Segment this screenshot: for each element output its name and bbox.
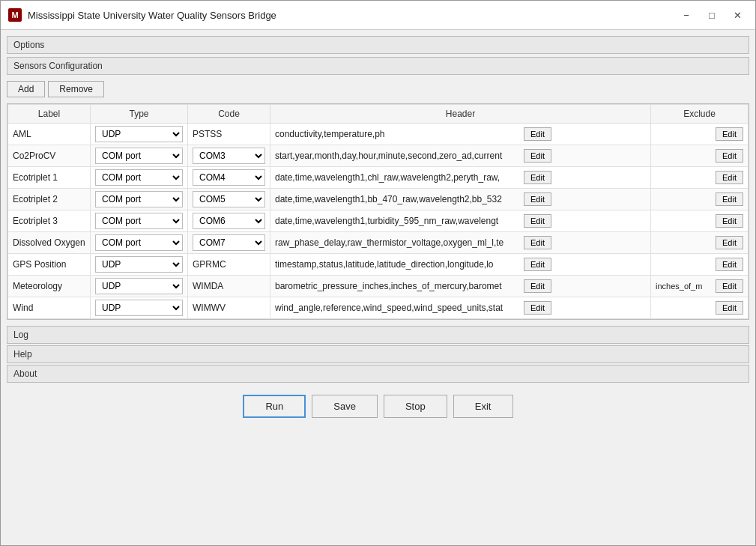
header-edit-button[interactable]: Edit: [524, 127, 551, 141]
close-button[interactable]: ✕: [727, 7, 748, 23]
window-controls: − □ ✕: [676, 7, 748, 23]
minimize-button[interactable]: −: [676, 7, 697, 23]
header-text: raw_phase_delay,raw_thermistor_voltage,o…: [275, 237, 522, 248]
cell-type[interactable]: COM portUDP: [91, 232, 188, 254]
stop-button[interactable]: Stop: [384, 395, 447, 418]
help-nav-item[interactable]: Help: [7, 345, 749, 363]
cell-code[interactable]: COM3COM4COM5COM6COM7: [188, 210, 270, 232]
header-text: conductivity,temperature,ph: [275, 129, 522, 139]
cell-header: wind_angle,reference,wind_speed,wind_spe…: [270, 297, 651, 319]
exclude-edit-button[interactable]: Edit: [716, 258, 743, 271]
code-select[interactable]: COM3COM4COM5COM6COM7: [193, 191, 265, 207]
header-edit-button[interactable]: Edit: [524, 258, 551, 271]
header-text: date,time,wavelength1,chl_raw,wavelength…: [275, 172, 522, 183]
col-header-exclude: Exclude: [651, 105, 749, 124]
log-nav-item[interactable]: Log: [7, 326, 749, 344]
col-header-code: Code: [188, 105, 270, 124]
table-row: Co2ProCVCOM portUDPCOM3COM4COM5COM6COM7s…: [8, 145, 749, 167]
cell-label: Meteorology: [8, 276, 91, 297]
cell-code: GPRMC: [188, 254, 270, 276]
header-edit-button[interactable]: Edit: [524, 236, 551, 249]
cell-code: WIMWV: [188, 297, 270, 319]
cell-code[interactable]: COM3COM4COM5COM6COM7: [188, 189, 270, 210]
header-edit-button[interactable]: Edit: [524, 171, 551, 184]
cell-header: date,time,wavelength1,bb_470_raw,wavelen…: [270, 189, 651, 210]
table-row: Ecotriplet 3COM portUDPCOM3COM4COM5COM6C…: [8, 210, 749, 232]
exclude-edit-button[interactable]: Edit: [716, 301, 743, 315]
sensors-section-header: Sensors Configuration: [7, 57, 749, 75]
add-button[interactable]: Add: [7, 81, 45, 97]
options-section-header: Options: [7, 36, 749, 54]
cell-type[interactable]: UDPCOM port: [91, 276, 188, 297]
code-select[interactable]: COM3COM4COM5COM6COM7: [193, 213, 265, 229]
type-select[interactable]: UDPCOM port: [95, 256, 183, 273]
code-select[interactable]: COM3COM4COM5COM6COM7: [193, 234, 265, 251]
cell-type[interactable]: COM portUDP: [91, 145, 188, 167]
col-header-header: Header: [270, 105, 651, 124]
cell-label: Ecotriplet 1: [8, 167, 91, 189]
code-select[interactable]: COM3COM4COM5COM6COM7: [193, 148, 265, 164]
code-select[interactable]: COM3COM4COM5COM6COM7: [193, 169, 265, 186]
header-edit-button[interactable]: Edit: [524, 279, 551, 293]
exclude-edit-button[interactable]: Edit: [716, 149, 743, 163]
type-select[interactable]: COM portUDP: [95, 148, 183, 164]
cell-type[interactable]: COM portUDP: [91, 189, 188, 210]
type-select[interactable]: UDPCOM port: [95, 278, 183, 294]
table-row: WindUDPCOM portWIMWVwind_angle,reference…: [8, 297, 749, 319]
cell-code[interactable]: COM3COM4COM5COM6COM7: [188, 232, 270, 254]
run-button[interactable]: Run: [243, 395, 306, 418]
header-edit-button[interactable]: Edit: [524, 214, 551, 228]
sensors-table: Label Type Code Header Exclude AMLUDPCOM…: [7, 104, 749, 319]
cell-type[interactable]: UDPCOM port: [91, 124, 188, 145]
cell-label: Ecotriplet 3: [8, 210, 91, 232]
cell-code[interactable]: COM3COM4COM5COM6COM7: [188, 167, 270, 189]
cell-exclude: inches_of_mEdit: [651, 276, 749, 297]
cell-header: barometric_pressure_inches,inches_of_mer…: [270, 276, 651, 297]
cell-type[interactable]: COM portUDP: [91, 210, 188, 232]
header-text: date,time,wavelength1,bb_470_raw,wavelen…: [275, 194, 522, 204]
cell-header: date,time,wavelength1,chl_raw,wavelength…: [270, 167, 651, 189]
header-edit-button[interactable]: Edit: [524, 192, 551, 206]
exclude-edit-button[interactable]: Edit: [716, 171, 743, 184]
type-select[interactable]: UDPCOM port: [95, 300, 183, 316]
exclude-edit-button[interactable]: Edit: [716, 127, 743, 141]
header-text: barometric_pressure_inches,inches_of_mer…: [275, 281, 522, 291]
cell-type[interactable]: UDPCOM port: [91, 254, 188, 276]
exclude-edit-button[interactable]: Edit: [716, 236, 743, 249]
header-edit-button[interactable]: Edit: [524, 301, 551, 315]
col-header-type: Type: [91, 105, 188, 124]
type-select[interactable]: COM portUDP: [95, 234, 183, 251]
header-edit-button[interactable]: Edit: [524, 149, 551, 163]
cell-label: AML: [8, 124, 91, 145]
table-row: MeteorologyUDPCOM portWIMDAbarometric_pr…: [8, 276, 749, 297]
cell-code: PSTSS: [188, 124, 270, 145]
cell-exclude: Edit: [651, 167, 749, 189]
exclude-edit-button[interactable]: Edit: [716, 279, 743, 293]
header-text: wind_angle,reference,wind_speed,wind_spe…: [275, 303, 522, 313]
remove-button[interactable]: Remove: [48, 81, 104, 97]
cell-type[interactable]: UDPCOM port: [91, 297, 188, 319]
exclude-edit-button[interactable]: Edit: [716, 192, 743, 206]
about-nav-item[interactable]: About: [7, 365, 749, 383]
header-text: date,time,wavelength1,turbidity_595_nm_r…: [275, 216, 522, 226]
type-select[interactable]: UDPCOM port: [95, 126, 183, 142]
toolbar: Add Remove: [7, 78, 749, 100]
maximize-button[interactable]: □: [701, 7, 722, 23]
exclude-edit-button[interactable]: Edit: [716, 214, 743, 228]
cell-header: date,time,wavelength1,turbidity_595_nm_r…: [270, 210, 651, 232]
exit-button[interactable]: Exit: [453, 395, 513, 418]
type-select[interactable]: COM portUDP: [95, 213, 183, 229]
exclude-text: inches_of_m: [656, 282, 702, 291]
table-row: Ecotriplet 2COM portUDPCOM3COM4COM5COM6C…: [8, 189, 749, 210]
save-button[interactable]: Save: [312, 395, 378, 418]
window-title: Mississippi State University Water Quali…: [28, 10, 676, 21]
cell-label: Dissolved Oxygen: [8, 232, 91, 254]
cell-label: Wind: [8, 297, 91, 319]
cell-type[interactable]: COM portUDP: [91, 167, 188, 189]
table-row: AMLUDPCOM portPSTSSconductivity,temperat…: [8, 124, 749, 145]
cell-exclude: Edit: [651, 124, 749, 145]
type-select[interactable]: COM portUDP: [95, 191, 183, 207]
header-text: start,year,month,day,hour,minute,second,…: [275, 151, 522, 161]
type-select[interactable]: COM portUDP: [95, 169, 183, 186]
cell-code[interactable]: COM3COM4COM5COM6COM7: [188, 145, 270, 167]
